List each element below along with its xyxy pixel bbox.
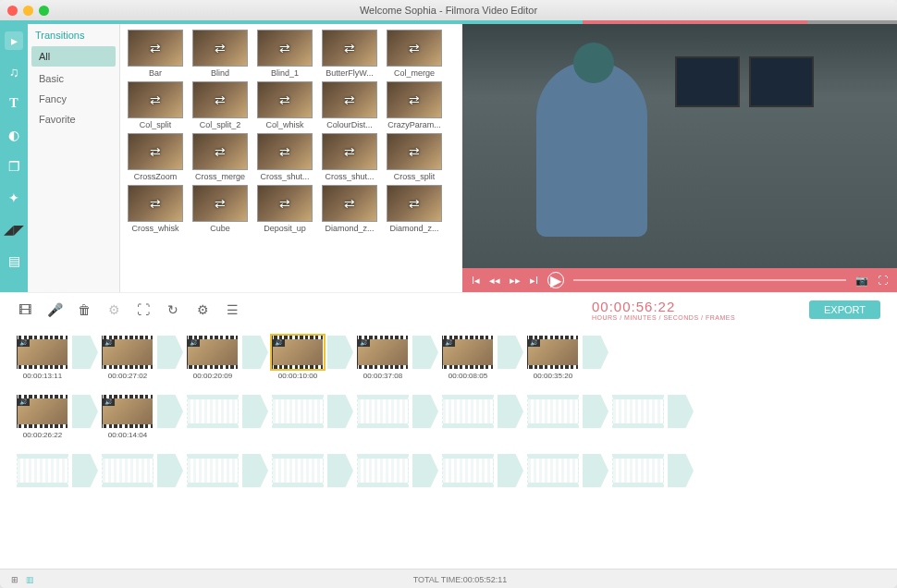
transition-slot[interactable] xyxy=(242,454,268,487)
category-item-basic[interactable]: Basic xyxy=(28,68,119,89)
clip-thumbnail[interactable] xyxy=(17,395,68,428)
timeline-clip[interactable]: 00:00:10:00 xyxy=(272,336,324,380)
clip-thumbnail[interactable] xyxy=(442,336,494,369)
fullscreen-button[interactable]: ⛶ xyxy=(878,275,888,286)
empty-clip-placeholder[interactable] xyxy=(442,454,494,487)
transition-slot[interactable] xyxy=(327,395,353,428)
empty-clip-placeholder[interactable] xyxy=(442,395,494,428)
transition-slot[interactable] xyxy=(242,336,268,369)
storyboard-view-button[interactable]: ⊞ xyxy=(11,575,18,584)
empty-clip-placeholder[interactable] xyxy=(187,395,239,428)
timeline-clip[interactable]: 00:00:26:22 xyxy=(17,395,68,439)
empty-clip-placeholder[interactable] xyxy=(102,454,154,487)
transition-thumb[interactable]: ColourDist... xyxy=(318,81,381,129)
transition-slot[interactable] xyxy=(668,395,694,428)
timeline-clip[interactable]: 00:00:13:11 xyxy=(17,336,68,380)
transition-slot[interactable] xyxy=(72,395,98,428)
crop-button[interactable]: ⛶ xyxy=(135,301,152,318)
empty-clip-placeholder[interactable] xyxy=(612,395,664,428)
transition-thumb[interactable]: Col_split xyxy=(124,81,187,129)
transition-thumb[interactable]: Bar xyxy=(124,30,187,78)
transition-thumb[interactable]: Col_merge xyxy=(383,30,446,78)
transition-slot[interactable] xyxy=(583,336,608,369)
clip-thumbnail[interactable] xyxy=(272,336,324,369)
transition-slot[interactable] xyxy=(412,395,438,428)
transition-slot[interactable] xyxy=(668,454,694,487)
goto-start-button[interactable]: I◂ xyxy=(472,275,480,287)
add-media-button[interactable]: 🎞 xyxy=(17,301,33,318)
empty-clip-placeholder[interactable] xyxy=(357,395,409,428)
transition-thumb[interactable]: Blind_1 xyxy=(253,30,316,78)
transition-thumb[interactable]: Diamond_z... xyxy=(318,185,381,233)
category-item-fancy[interactable]: Fancy xyxy=(28,89,119,109)
empty-clip-placeholder[interactable] xyxy=(357,454,409,487)
filters-tab-icon[interactable]: ◐ xyxy=(5,126,23,144)
text-tab-icon[interactable]: T xyxy=(5,94,23,113)
empty-clip-placeholder[interactable] xyxy=(187,454,239,487)
transition-thumb[interactable]: CrazyParam... xyxy=(383,81,446,129)
next-frame-button[interactable]: ▸▸ xyxy=(510,275,521,287)
adjust-button[interactable]: ☰ xyxy=(224,301,240,318)
empty-clip-placeholder[interactable] xyxy=(272,395,324,428)
transition-thumb[interactable]: Col_whisk xyxy=(253,81,316,129)
delete-button[interactable]: 🗑 xyxy=(76,301,92,318)
transition-thumb[interactable]: Cross_whisk xyxy=(124,185,187,233)
overlays-tab-icon[interactable]: ❐ xyxy=(5,157,23,176)
timeline-clip[interactable]: 00:00:14:04 xyxy=(102,395,154,439)
timeline-clip[interactable]: 00:00:37:08 xyxy=(357,336,409,380)
seek-bar[interactable] xyxy=(573,279,846,281)
empty-clip-placeholder[interactable] xyxy=(527,454,579,487)
empty-clip-placeholder[interactable] xyxy=(17,454,68,487)
transition-thumb[interactable]: ButterFlyW... xyxy=(318,30,381,78)
transition-slot[interactable] xyxy=(583,454,608,487)
transition-thumb[interactable]: Cross_shut... xyxy=(253,133,316,181)
transition-thumb[interactable]: Deposit_up xyxy=(253,185,316,233)
transition-slot[interactable] xyxy=(157,454,183,487)
media-tab-icon[interactable]: ▸ xyxy=(5,31,23,50)
transition-slot[interactable] xyxy=(583,395,608,428)
transition-thumb[interactable]: Diamond_z... xyxy=(383,185,446,233)
prev-frame-button[interactable]: ◂◂ xyxy=(489,275,500,287)
transition-thumb[interactable]: Cross_split xyxy=(383,133,446,181)
goto-end-button[interactable]: ▸I xyxy=(530,275,538,287)
close-window-button[interactable] xyxy=(7,6,18,16)
transitions-tab-icon[interactable]: ▤ xyxy=(5,251,23,270)
clip-thumbnail[interactable] xyxy=(102,336,154,369)
clip-thumbnail[interactable] xyxy=(527,336,579,369)
timeline-clip[interactable]: 00:00:08:05 xyxy=(442,336,494,380)
clip-thumbnail[interactable] xyxy=(102,395,154,428)
clip-thumbnail[interactable] xyxy=(357,336,409,369)
timeline-view-button[interactable]: ▥ xyxy=(26,575,34,584)
empty-clip-placeholder[interactable] xyxy=(527,395,579,428)
transition-slot[interactable] xyxy=(157,336,183,369)
edit-button[interactable]: ⚙ xyxy=(105,301,122,318)
play-button[interactable]: ▶ xyxy=(547,272,564,288)
clip-thumbnail[interactable] xyxy=(17,336,68,369)
category-item-favorite[interactable]: Favorite xyxy=(28,109,119,129)
zoom-window-button[interactable] xyxy=(39,6,49,16)
transition-thumb[interactable]: Col_split_2 xyxy=(189,81,252,129)
transition-thumb[interactable]: CrossZoom xyxy=(124,133,187,181)
transition-slot[interactable] xyxy=(327,454,353,487)
transition-slot[interactable] xyxy=(327,336,353,369)
video-preview[interactable] xyxy=(462,24,897,268)
timeline-clip[interactable]: 00:00:27:02 xyxy=(102,336,154,380)
timeline-clip[interactable]: 00:00:20:09 xyxy=(187,336,239,380)
transition-slot[interactable] xyxy=(498,336,523,369)
rotate-button[interactable]: ↻ xyxy=(165,301,181,318)
splitscreen-tab-icon[interactable]: ◢◤ xyxy=(5,220,23,239)
transition-slot[interactable] xyxy=(72,454,98,487)
transition-thumb[interactable]: Cross_merge xyxy=(189,133,252,181)
category-item-all[interactable]: All xyxy=(31,46,116,67)
export-button[interactable]: EXPORT xyxy=(809,300,880,319)
music-tab-icon[interactable]: ♫ xyxy=(5,63,23,81)
settings-button[interactable]: ⚙ xyxy=(194,301,211,318)
transition-thumb[interactable]: Cube xyxy=(189,185,252,233)
transition-thumb[interactable]: Blind xyxy=(189,30,252,78)
timeline-clip[interactable]: 00:00:35:20 xyxy=(527,336,579,380)
empty-clip-placeholder[interactable] xyxy=(272,454,324,487)
empty-clip-placeholder[interactable] xyxy=(612,454,664,487)
transition-slot[interactable] xyxy=(498,454,523,487)
minimize-window-button[interactable] xyxy=(23,6,33,16)
elements-tab-icon[interactable]: ✦ xyxy=(5,189,23,207)
